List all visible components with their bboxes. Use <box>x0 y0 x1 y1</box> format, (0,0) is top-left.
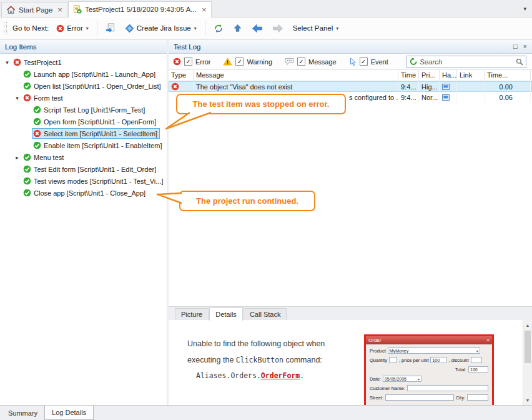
search-input[interactable] <box>420 58 514 66</box>
cell-time-diff: 0.00 <box>485 81 531 92</box>
tree-item-content: Menu test <box>22 152 66 162</box>
filter-event[interactable]: ✓Event <box>349 58 388 66</box>
scroll-up-icon[interactable]: ▲ <box>523 320 532 330</box>
filter-message[interactable]: ✓Message <box>285 58 337 66</box>
callout-tail <box>161 111 217 132</box>
tree-item[interactable]: Open form [Script\Unit1 - OpenForm] <box>0 116 167 128</box>
tree-item[interactable]: Test views modes [Script\Unit1 - Test_Vi… <box>0 175 167 187</box>
tree-item-content: Test views modes [Script\Unit1 - Test_Vi… <box>22 176 165 186</box>
orderform-link[interactable]: OrderForm <box>261 371 300 380</box>
tree-item[interactable]: Select item [Script\Unit1 - SelectItem] <box>0 128 167 139</box>
preview-titlebar: Order × <box>366 336 492 344</box>
cell-time: 9:4... <box>398 92 419 102</box>
doc-tab[interactable]: Start Page× <box>1 2 67 17</box>
filter-warning[interactable]: ✓Warning <box>223 58 272 66</box>
search-box[interactable] <box>406 56 526 68</box>
detail-tab-details[interactable]: Details <box>209 308 243 321</box>
column-header[interactable]: Time... <box>485 70 531 81</box>
create-jira-button[interactable]: Create Jira Issue ▾ <box>122 21 200 36</box>
cell-type <box>169 81 194 92</box>
callout-text: The project run continued. <box>196 196 298 206</box>
status-error-icon <box>33 129 41 138</box>
event-icon <box>349 58 357 66</box>
doc-tab[interactable]: TestProject1 5/18/2020 9:43:05 A...× <box>68 1 212 18</box>
tree-item-content: Script Test Log [Unit1\Form_Test] <box>32 104 147 115</box>
column-header[interactable]: Time <box>398 70 419 81</box>
message-icon <box>285 58 294 66</box>
toolbar: Go to Next: Error ▾ Create Jira Issue ▾ … <box>0 18 532 40</box>
status-tab-log-details[interactable]: Log Details <box>44 406 94 420</box>
tree-item[interactable]: ▾Form test <box>0 92 167 104</box>
filter-label: Event <box>371 58 388 66</box>
back-button[interactable] <box>249 21 266 36</box>
preview-close-icon: × <box>486 338 490 343</box>
tree-item[interactable]: ▸Menu test <box>0 151 167 163</box>
tree-item[interactable]: Open list [Script\Unit1 - Open_Order_Lis… <box>0 80 167 92</box>
column-header[interactable]: Ha... <box>440 70 457 81</box>
cell-link <box>457 92 485 102</box>
tree-item[interactable]: Enable item [Script\Unit1 - EnableItem] <box>0 139 167 151</box>
preview-body: Product MyMoney ▾ Quantity , price per u… <box>366 344 492 405</box>
goto-error-label: Error <box>67 24 83 32</box>
collapse-arrow-icon[interactable]: ▾ <box>2 59 12 66</box>
sync-icon <box>214 24 224 33</box>
tree-item-content: Form test <box>22 92 65 103</box>
status-ok-icon <box>23 153 31 161</box>
tree-item[interactable]: Test Edit form [Script\Unit1 - Edit_Orde… <box>0 163 167 175</box>
scroll-thumb[interactable] <box>525 331 531 363</box>
status-tab-summary[interactable]: Summary <box>1 406 44 420</box>
goto-error-button[interactable]: Error ▾ <box>53 22 92 35</box>
status-error-icon <box>13 58 21 66</box>
checkbox-message[interactable]: ✓ <box>297 58 305 66</box>
forward-button[interactable] <box>269 21 287 36</box>
tab-close-icon[interactable]: × <box>202 6 207 14</box>
tab-close-icon[interactable]: × <box>57 6 62 14</box>
status-bar: SummaryLog Details <box>0 405 532 420</box>
tab-list-chevron-icon[interactable]: ▾ <box>523 6 526 12</box>
column-header[interactable]: Message <box>194 70 398 81</box>
checkbox-event[interactable]: ✓ <box>360 58 368 66</box>
tree-item[interactable]: Launch app [Script\Unit1 - Launch_App] <box>0 68 167 80</box>
tree-item-content: Test Edit form [Script\Unit1 - Edit_Orde… <box>22 164 159 174</box>
column-header[interactable]: Pri... <box>419 70 440 81</box>
detail-tab-call-stack[interactable]: Call Stack <box>244 308 287 320</box>
collapse-arrow-icon[interactable]: ▾ <box>12 95 22 101</box>
status-ok-icon <box>23 82 31 90</box>
log-row[interactable]: The object "Visa" does not exist9:4...Hi… <box>169 81 532 92</box>
tree-item[interactable]: ▾TestProject1 <box>0 56 167 68</box>
report-icon <box>106 23 116 33</box>
tree-item-label: Test Edit form [Script\Unit1 - Edit_Orde… <box>34 166 156 173</box>
filters: ✓Error✓Warning✓Message✓Event <box>173 58 401 66</box>
create-jira-label: Create Jira Issue <box>137 24 191 32</box>
preview-date-label: Date: <box>370 376 381 382</box>
toolbar-separator <box>97 21 97 35</box>
tree-item-content: Select item [Script\Unit1 - SelectItem] <box>32 128 160 139</box>
checkbox-error[interactable]: ✓ <box>184 58 192 66</box>
scroll-down-icon[interactable]: ▼ <box>523 395 532 405</box>
column-header[interactable]: Link <box>457 70 485 81</box>
checkbox-warning[interactable]: ✓ <box>235 58 244 66</box>
tree-item[interactable]: Close app [Script\Unit1 - Close_App] <box>0 187 167 199</box>
search-go-icon[interactable] <box>410 58 418 66</box>
close-panel-icon[interactable]: × <box>523 43 527 50</box>
preview-city-label: City: <box>456 395 465 401</box>
test-log-header: Test Log □ × <box>169 40 532 54</box>
filter-error[interactable]: ✓Error <box>173 58 210 66</box>
up-one-level-button[interactable] <box>230 21 245 36</box>
float-window-icon[interactable]: □ <box>513 43 518 50</box>
error-icon <box>56 24 64 32</box>
tree-item-label: Enable item [Script\Unit1 - EnableItem] <box>44 142 162 149</box>
select-panel-button[interactable]: Select Panel ▾ <box>290 22 342 34</box>
details-scrollbar[interactable]: ▲ ▼ <box>523 320 532 405</box>
cell-link <box>457 81 485 92</box>
test-log-icon <box>73 5 82 14</box>
column-header[interactable]: Type <box>169 70 194 81</box>
sync-button[interactable] <box>210 21 227 36</box>
toolbar-grip[interactable] <box>4 22 7 34</box>
expand-arrow-icon[interactable]: ▸ <box>12 154 22 161</box>
detail-tab-picture[interactable]: Picture <box>175 308 209 320</box>
log-items-header: Log Items <box>0 40 167 54</box>
preview-discount-label: , discount <box>448 358 468 363</box>
report-button[interactable] <box>102 21 119 36</box>
tree-item[interactable]: Script Test Log [Unit1\Form_Test] <box>0 104 167 116</box>
